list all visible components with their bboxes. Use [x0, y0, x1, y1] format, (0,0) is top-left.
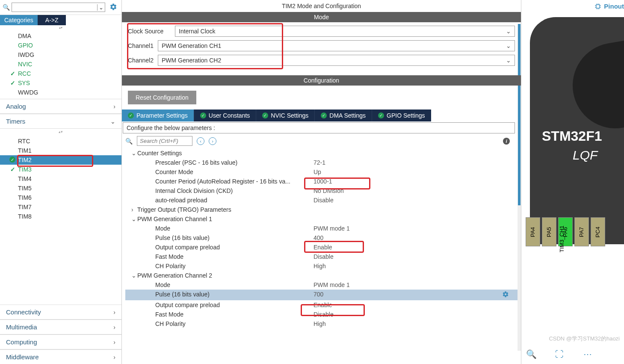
category-middleware[interactable]: Middleware ›: [0, 349, 121, 364]
pin-pa4[interactable]: PA4: [526, 217, 540, 246]
chevron-down-icon[interactable]: ⌄: [97, 4, 105, 11]
tab-dma-settings[interactable]: ✓DMA Settings: [314, 109, 372, 121]
channel1-select[interactable]: PWM Generation CH1 ⌄: [158, 40, 515, 51]
category-computing[interactable]: Computing ›: [0, 334, 121, 349]
pins-row: PA4 PA5 PA6 PA7 PC4: [526, 217, 605, 246]
param-row[interactable]: Prescaler (PSC - 16 bits value)72-1: [125, 158, 518, 167]
prev-button[interactable]: ‹: [197, 137, 204, 145]
check-icon: ✓: [262, 112, 268, 118]
chip-icon: [594, 3, 601, 10]
clock-source-select[interactable]: Internal Clock ⌄: [175, 26, 515, 37]
more-button[interactable]: ⋯: [582, 349, 593, 360]
tree-item-tim1[interactable]: TIM1: [0, 146, 121, 155]
sidebar-search-input[interactable]: [12, 4, 97, 10]
param-row[interactable]: Pulse (16 bits value)400: [125, 233, 518, 243]
fullscreen-button[interactable]: ⛶: [554, 349, 565, 360]
tab-categories[interactable]: Categories: [0, 15, 38, 25]
check-icon: ✓: [378, 112, 384, 118]
tree-item-tim3[interactable]: TIM3: [0, 165, 121, 174]
tree-item-gpio[interactable]: GPIO: [0, 41, 121, 50]
tree-item-rcc[interactable]: RCC: [0, 69, 121, 78]
tree-item-iwdg[interactable]: IWDG: [0, 50, 121, 59]
group-pwm1[interactable]: ⌄PWM Generation Channel 1: [125, 214, 518, 224]
chevron-down-icon: ⌄: [506, 57, 511, 64]
search-icon: 🔍: [3, 4, 10, 11]
svg-rect-0: [596, 5, 600, 8]
tree-item-tim5[interactable]: TIM5: [0, 183, 121, 193]
parameter-tree: ⌄Counter Settings Prescaler (PSC - 16 bi…: [122, 148, 521, 328]
tree-item-wwdg[interactable]: WWDG: [0, 88, 121, 97]
tree-item-rtc[interactable]: RTC: [0, 136, 121, 146]
next-button[interactable]: ›: [209, 137, 216, 145]
pinout-panel: Pinout STM32F1 LQF PA4 PA5 PA6 PA7 PC4 T…: [521, 0, 624, 364]
pin-pc4[interactable]: PC4: [591, 217, 605, 246]
reset-configuration-button[interactable]: Reset Configuration: [128, 91, 196, 104]
pin-pa7[interactable]: PA7: [574, 217, 589, 246]
center-panel: TIM2 Mode and Configuration Mode Clock S…: [122, 0, 521, 364]
zoom-in-button[interactable]: 🔍: [526, 349, 537, 360]
category-connectivity[interactable]: Connectivity ›: [0, 305, 121, 320]
mode-header: Mode: [122, 12, 521, 22]
param-row[interactable]: Internal Clock Division (CKD)No Division: [125, 186, 518, 195]
tree-item-nvic[interactable]: NVIC: [0, 59, 121, 69]
group-pwm2[interactable]: ⌄PWM Generation Channel 2: [125, 271, 518, 280]
info-icon[interactable]: i: [503, 138, 510, 145]
config-tabs: ✓Parameter Settings ✓User Constants ✓NVI…: [122, 109, 521, 121]
tree-item-tim2[interactable]: TIM2: [0, 155, 121, 165]
param-row[interactable]: ModePWM mode 1: [125, 224, 518, 233]
param-row[interactable]: Output compare preloadEnable: [125, 243, 518, 252]
scrollbar[interactable]: [518, 24, 521, 75]
param-row[interactable]: Fast ModeDisable: [125, 252, 518, 261]
param-row[interactable]: Counter Period (AutoReload Register - 16…: [125, 177, 518, 186]
tree-item-tim7[interactable]: TIM7: [0, 202, 121, 212]
chevron-right-icon: ›: [113, 354, 115, 361]
tree-item-sys[interactable]: SYS: [0, 78, 121, 88]
tab-user-constants[interactable]: ✓User Constants: [194, 109, 256, 121]
tree-item-tim6[interactable]: TIM6: [0, 193, 121, 202]
sidebar-search[interactable]: ⌄: [12, 3, 105, 12]
collapse-handle[interactable]: ▴▾: [0, 25, 121, 30]
param-row-selected[interactable]: Pulse (16 bits value)700: [125, 290, 518, 300]
search-icon: 🔍: [125, 138, 133, 145]
category-label: Connectivity: [6, 308, 41, 316]
sidebar: 🔍 ⌄ Categories A->Z ▴▾ DMA GPIO IWDG NVI…: [0, 0, 122, 364]
category-label: Multimedia: [6, 323, 37, 331]
check-icon: ✓: [128, 112, 134, 118]
category-label: Analog: [6, 103, 26, 110]
chevron-down-icon: ⌄: [506, 42, 511, 49]
param-row[interactable]: Counter ModeUp: [125, 167, 518, 177]
tree-item-tim4[interactable]: TIM4: [0, 174, 121, 183]
category-multimedia[interactable]: Multimedia ›: [0, 320, 121, 334]
group-counter-settings[interactable]: ⌄Counter Settings: [125, 148, 518, 158]
tree-item-tim8[interactable]: TIM8: [0, 212, 121, 221]
tab-parameter-settings[interactable]: ✓Parameter Settings: [122, 109, 194, 121]
collapse-handle[interactable]: ▴▾: [0, 129, 121, 135]
pinout-tab[interactable]: Pinout: [594, 3, 624, 10]
timers-tree: RTC TIM1 TIM2 TIM3 TIM4 TIM5 TIM6 TIM7 T…: [0, 135, 121, 223]
mode-label-ch1: Channel1: [128, 42, 158, 49]
chip-name: STM32F1: [542, 128, 602, 144]
param-row[interactable]: auto-reload preloadDisable: [125, 195, 518, 205]
category-analog[interactable]: Analog ›: [0, 99, 121, 114]
param-search-input[interactable]: [137, 136, 192, 146]
category-timers[interactable]: Timers ⌄: [0, 114, 121, 129]
gear-icon[interactable]: [502, 291, 509, 299]
param-row[interactable]: Output compare preloadEnable: [125, 300, 518, 310]
param-row[interactable]: ModePWM mode 1: [125, 280, 518, 290]
mode-label-clock: Clock Source: [128, 28, 175, 35]
pin-function-label: TIM3_CH1: [559, 225, 565, 252]
tab-nvic-settings[interactable]: ✓NVIC Settings: [256, 109, 314, 121]
param-row[interactable]: CH PolarityHigh: [125, 319, 518, 328]
tab-az[interactable]: A->Z: [38, 15, 66, 25]
channel2-select[interactable]: PWM Generation CH2 ⌄: [158, 55, 515, 66]
tree-item-dma[interactable]: DMA: [0, 31, 121, 41]
param-row[interactable]: Fast ModeDisable: [125, 310, 518, 319]
tab-gpio-settings[interactable]: ✓GPIO Settings: [372, 109, 431, 121]
pin-pa5[interactable]: PA5: [542, 217, 556, 246]
param-row[interactable]: CH PolarityHigh: [125, 261, 518, 271]
gear-icon[interactable]: [109, 3, 117, 12]
group-trgo[interactable]: ›Trigger Output (TRGO) Parameters: [125, 205, 518, 214]
scrollbar[interactable]: [518, 86, 521, 351]
chevron-right-icon: ›: [113, 339, 115, 346]
mode-label-ch2: Channel2: [128, 57, 158, 64]
